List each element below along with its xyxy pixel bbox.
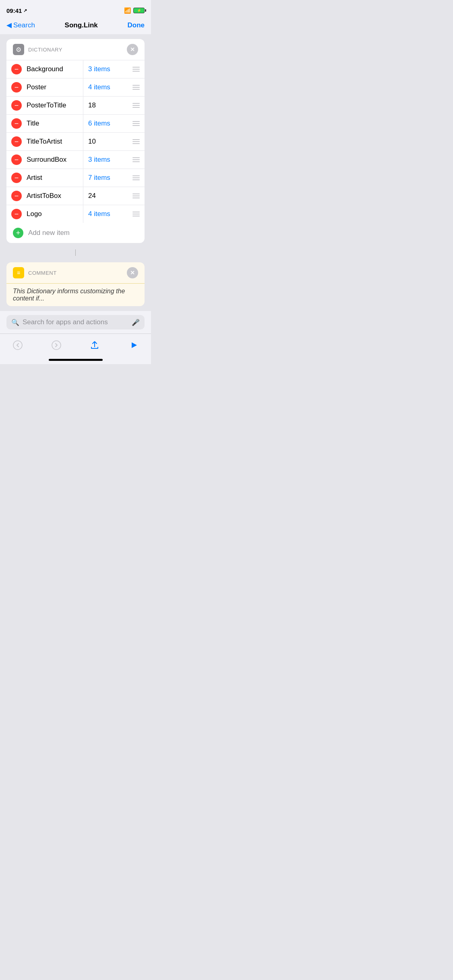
dictionary-card: ⚙ DICTIONARY ✕ −Background3 items−Poster… (6, 39, 145, 243)
table-row: −TitleToArtist10 (6, 133, 145, 151)
forward-button[interactable] (48, 337, 64, 353)
dict-value-label[interactable]: 3 items (83, 151, 128, 169)
home-indicator (0, 356, 151, 364)
delete-item-button[interactable]: − (6, 209, 27, 219)
home-bar (49, 359, 103, 361)
add-item-label: Add new item (28, 229, 70, 237)
comment-card: ≡ COMMENT ✕ This Dictionary informs cust… (6, 262, 145, 306)
svg-point-1 (52, 341, 61, 350)
drag-handle[interactable] (128, 157, 145, 162)
delete-item-button[interactable]: − (6, 64, 27, 74)
dict-value-label[interactable]: 6 items (83, 115, 128, 132)
table-row: −SurroundBox3 items (6, 151, 145, 169)
dictionary-rows: −Background3 items−Poster4 items−PosterT… (6, 60, 145, 223)
search-icon: 🔍 (11, 319, 19, 326)
search-area: 🔍 Search for apps and actions 🎤 (0, 311, 151, 334)
delete-minus-icon[interactable]: − (11, 82, 22, 93)
nav-bar: ◀ Search Song.Link Done (0, 18, 151, 34)
status-time: 09:41 ↗ (6, 7, 27, 14)
share-button[interactable] (87, 337, 103, 353)
drag-handle[interactable] (128, 103, 145, 108)
delete-item-button[interactable]: − (6, 173, 27, 183)
drag-handle[interactable] (128, 194, 145, 198)
location-icon: ↗ (23, 8, 27, 13)
table-row: −ArtistToBox24 (6, 187, 145, 205)
dict-key-label: Artist (27, 169, 83, 187)
delete-minus-icon[interactable]: − (11, 64, 22, 74)
table-row: −PosterToTitle18 (6, 97, 145, 115)
dictionary-label: DICTIONARY (28, 47, 62, 53)
drag-handle[interactable] (128, 139, 145, 144)
separator-handle (6, 248, 145, 257)
svg-point-0 (13, 341, 22, 350)
delete-minus-icon[interactable]: − (11, 118, 22, 129)
comment-preview-text: This Dictionary informs customizing the … (6, 284, 145, 306)
main-content: ⚙ DICTIONARY ✕ −Background3 items−Poster… (0, 34, 151, 311)
add-new-item-row[interactable]: + Add new item (6, 223, 145, 243)
dict-value-label[interactable]: 7 items (83, 169, 128, 187)
battery-icon: ⚡ (133, 8, 145, 13)
nav-back-label: Search (13, 21, 35, 29)
search-input[interactable]: Search for apps and actions (23, 318, 128, 326)
delete-minus-icon[interactable]: − (11, 173, 22, 183)
delete-item-button[interactable]: − (6, 154, 27, 165)
delete-minus-icon[interactable]: − (11, 136, 22, 147)
dict-key-label: SurroundBox (27, 151, 83, 169)
gear-icon: ⚙ (13, 44, 24, 55)
dict-key-label: TitleToArtist (27, 133, 83, 150)
dict-key-label: Background (27, 60, 83, 78)
back-button[interactable] (10, 337, 26, 353)
dict-key-label: PosterToTitle (27, 97, 83, 114)
add-item-button[interactable]: + (13, 228, 23, 238)
table-row: −Title6 items (6, 115, 145, 133)
card-header-left: ⚙ DICTIONARY (13, 44, 62, 55)
dict-value-label[interactable]: 4 items (83, 205, 128, 223)
dict-key-label: Title (27, 115, 83, 132)
drag-handle[interactable] (128, 121, 145, 126)
comment-icon: ≡ (13, 267, 24, 278)
dict-key-label: Poster (27, 78, 83, 96)
table-row: −Logo4 items (6, 205, 145, 223)
delete-item-button[interactable]: − (6, 136, 27, 147)
dictionary-close-button[interactable]: ✕ (127, 44, 138, 55)
card-header: ⚙ DICTIONARY ✕ (6, 39, 145, 60)
delete-minus-icon[interactable]: − (11, 154, 22, 165)
dict-value-label: 24 (83, 187, 128, 205)
drag-handle[interactable] (128, 85, 145, 90)
dict-key-label: ArtistToBox (27, 187, 83, 205)
drag-handle[interactable] (128, 212, 145, 216)
dict-value-label: 18 (83, 97, 128, 114)
battery-bolt-icon: ⚡ (137, 8, 141, 12)
play-button[interactable] (125, 337, 141, 353)
drag-handle[interactable] (128, 67, 145, 72)
delete-item-button[interactable]: − (6, 118, 27, 129)
drag-handle[interactable] (128, 175, 145, 180)
delete-minus-icon[interactable]: − (11, 209, 22, 219)
status-icons: 📶 ⚡ (124, 7, 145, 14)
delete-item-button[interactable]: − (6, 100, 27, 111)
delete-minus-icon[interactable]: − (11, 100, 22, 111)
table-row: −Poster4 items (6, 78, 145, 97)
comment-label: COMMENT (28, 270, 57, 276)
comment-header-left: ≡ COMMENT (13, 267, 57, 278)
table-row: −Background3 items (6, 60, 145, 78)
nav-done-button[interactable]: Done (127, 21, 145, 29)
search-bar[interactable]: 🔍 Search for apps and actions 🎤 (6, 315, 145, 329)
dict-key-label: Logo (27, 205, 83, 223)
comment-close-button[interactable]: ✕ (127, 267, 138, 278)
delete-minus-icon[interactable]: − (11, 191, 22, 201)
handle-dot (75, 249, 76, 256)
wifi-icon: 📶 (124, 7, 131, 14)
dict-value-label[interactable]: 4 items (83, 78, 128, 96)
delete-item-button[interactable]: − (6, 82, 27, 93)
dict-value-label: 10 (83, 133, 128, 150)
dict-value-label[interactable]: 3 items (83, 60, 128, 78)
delete-item-button[interactable]: − (6, 191, 27, 201)
microphone-icon[interactable]: 🎤 (132, 319, 140, 326)
status-bar: 09:41 ↗ 📶 ⚡ (0, 0, 151, 18)
back-chevron-icon: ◀ (6, 21, 12, 29)
nav-title: Song.Link (65, 21, 98, 29)
table-row: −Artist7 items (6, 169, 145, 187)
bottom-toolbar (0, 334, 151, 356)
nav-back-button[interactable]: ◀ Search (6, 21, 35, 29)
